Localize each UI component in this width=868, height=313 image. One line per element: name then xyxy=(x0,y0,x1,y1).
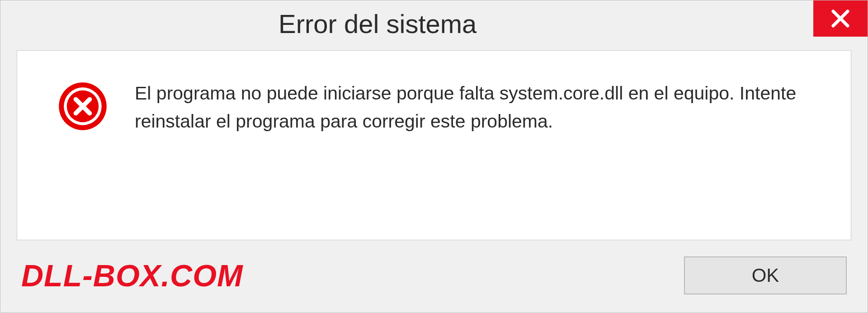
dialog-title: Error del sistema xyxy=(0,0,476,39)
dialog-footer: DLL-BOX.COM OK xyxy=(0,240,868,313)
close-icon xyxy=(830,8,851,29)
error-icon xyxy=(58,81,108,131)
close-button[interactable] xyxy=(813,0,868,37)
error-dialog: Error del sistema El programa no puede i… xyxy=(0,0,868,313)
ok-button-label: OK xyxy=(752,265,779,286)
error-message: El programa no puede iniciarse porque fa… xyxy=(135,80,815,135)
content-panel: El programa no puede iniciarse porque fa… xyxy=(17,50,851,240)
titlebar: Error del sistema xyxy=(0,0,868,46)
ok-button[interactable]: OK xyxy=(684,256,847,294)
watermark-text: DLL-BOX.COM xyxy=(21,258,243,293)
